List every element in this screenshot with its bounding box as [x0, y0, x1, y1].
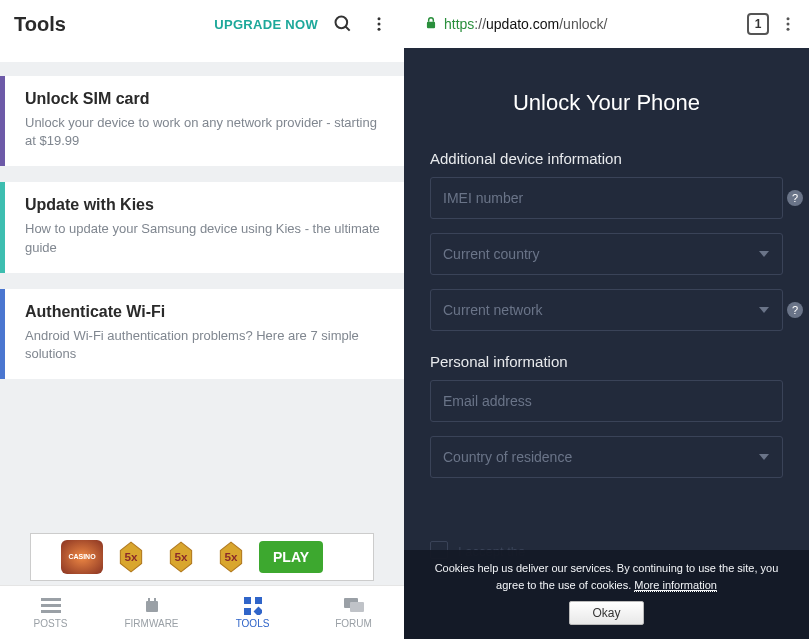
- nav-forum[interactable]: FORUM: [303, 586, 404, 639]
- nav-label: POSTS: [34, 618, 68, 629]
- page-title: Unlock Your Phone: [430, 90, 783, 116]
- url-input[interactable]: https://updato.com/unlock/: [414, 8, 739, 40]
- svg-text:5x: 5x: [175, 550, 188, 563]
- email-field[interactable]: Email address: [430, 380, 783, 422]
- tabs-count-button[interactable]: 1: [747, 13, 769, 35]
- tool-card-desc: Unlock your device to work on any networ…: [25, 114, 388, 150]
- more-icon[interactable]: [368, 13, 390, 35]
- nav-firmware[interactable]: FIRMWARE: [101, 586, 202, 639]
- svg-point-25: [787, 23, 790, 26]
- svg-rect-17: [244, 597, 251, 604]
- tool-card-title: Update with Kies: [25, 196, 388, 214]
- help-icon[interactable]: ?: [787, 190, 803, 206]
- tool-card-title: Authenticate Wi-Fi: [25, 303, 388, 321]
- ad-coin-icon: 5x: [109, 540, 153, 574]
- right-phone-screen: https://updato.com/unlock/ 1 Unlock Your…: [404, 0, 809, 639]
- current-country-select[interactable]: Current country: [430, 233, 783, 275]
- current-network-select[interactable]: Current network: [430, 289, 783, 331]
- search-icon[interactable]: [332, 13, 354, 35]
- nav-posts[interactable]: POSTS: [0, 586, 101, 639]
- nav-label: TOOLS: [236, 618, 270, 629]
- svg-rect-23: [427, 21, 435, 27]
- bottom-nav: POSTS FIRMWARE TOOLS FORUM: [0, 585, 404, 639]
- svg-rect-18: [255, 597, 262, 604]
- svg-rect-12: [41, 604, 61, 607]
- forum-icon: [344, 597, 364, 615]
- section-device-info: Additional device information: [430, 150, 783, 167]
- svg-rect-19: [244, 608, 251, 615]
- posts-icon: [41, 597, 61, 615]
- left-phone-screen: Tools UPGRADE NOW Unlock SIM card Unlock…: [0, 0, 404, 639]
- tools-icon: [243, 597, 263, 615]
- firmware-icon: [142, 597, 162, 615]
- ad-coin-icon: 5x: [209, 540, 253, 574]
- url-text: https://updato.com/unlock/: [444, 16, 607, 32]
- nav-tools[interactable]: TOOLS: [202, 586, 303, 639]
- svg-rect-15: [148, 598, 150, 601]
- screen-title: Tools: [14, 13, 214, 36]
- browser-url-bar: https://updato.com/unlock/ 1: [404, 0, 809, 48]
- ad-banner[interactable]: CASINO 5x 5x 5x PLAY: [30, 533, 374, 581]
- browser-more-icon[interactable]: [777, 15, 799, 33]
- svg-point-0: [336, 17, 348, 29]
- svg-point-4: [378, 28, 381, 31]
- partial-previous-card: [0, 48, 404, 62]
- nav-label: FORUM: [335, 618, 372, 629]
- svg-marker-20: [253, 606, 261, 614]
- right-page-content: Unlock Your Phone Additional device info…: [404, 48, 809, 639]
- cookie-text: Cookies help us deliver our services. By…: [435, 562, 779, 591]
- cookie-banner: Cookies help us deliver our services. By…: [404, 550, 809, 639]
- cookie-okay-button[interactable]: Okay: [569, 601, 643, 625]
- tool-card-update-kies[interactable]: Update with Kies How to update your Sams…: [0, 182, 404, 272]
- ad-logo-icon: CASINO: [61, 540, 103, 574]
- ad-play-button[interactable]: PLAY: [259, 541, 323, 573]
- nav-label: FIRMWARE: [124, 618, 178, 629]
- tool-card-desc: How to update your Samsung device using …: [25, 220, 388, 256]
- lock-icon: [424, 16, 438, 33]
- imei-field[interactable]: IMEI number: [430, 177, 783, 219]
- left-content: Unlock SIM card Unlock your device to wo…: [0, 48, 404, 533]
- section-personal-info: Personal information: [430, 353, 783, 370]
- svg-point-26: [787, 28, 790, 31]
- svg-text:5x: 5x: [125, 550, 138, 563]
- svg-point-2: [378, 17, 381, 20]
- tool-card-desc: Android Wi-Fi authentication problems? H…: [25, 327, 388, 363]
- tool-card-authenticate-wifi[interactable]: Authenticate Wi-Fi Android Wi-Fi authent…: [0, 289, 404, 379]
- svg-rect-11: [41, 598, 61, 601]
- svg-rect-13: [41, 610, 61, 613]
- svg-line-1: [346, 27, 350, 31]
- cookie-more-link[interactable]: More information: [634, 579, 717, 592]
- help-icon[interactable]: ?: [787, 302, 803, 318]
- svg-rect-22: [350, 602, 364, 612]
- svg-text:5x: 5x: [225, 550, 238, 563]
- svg-rect-16: [154, 598, 156, 601]
- tool-card-title: Unlock SIM card: [25, 90, 388, 108]
- svg-rect-14: [146, 601, 158, 612]
- svg-point-24: [787, 17, 790, 20]
- tool-card-unlock-sim[interactable]: Unlock SIM card Unlock your device to wo…: [0, 76, 404, 166]
- upgrade-now-link[interactable]: UPGRADE NOW: [214, 17, 318, 32]
- left-app-header: Tools UPGRADE NOW: [0, 0, 404, 48]
- svg-point-3: [378, 23, 381, 26]
- ad-coin-icon: 5x: [159, 540, 203, 574]
- residence-country-select[interactable]: Country of residence: [430, 436, 783, 478]
